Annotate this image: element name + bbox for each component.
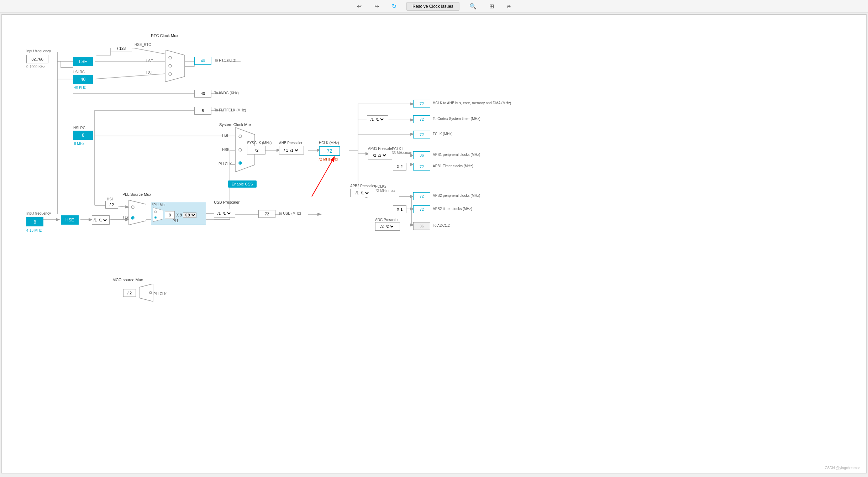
rtc-mux[interactable]: [165, 50, 185, 82]
hse-input-value[interactable]: 8: [26, 217, 43, 226]
svg-line-11: [134, 48, 166, 54]
pll-src-mux[interactable]: [128, 200, 146, 225]
pllmul-label: *PLLMul: [152, 203, 206, 207]
usb-prescaler-select[interactable]: /1: [221, 211, 232, 216]
pll-inner-mux[interactable]: [153, 208, 163, 222]
zoom-out-button[interactable]: ⊖: [504, 2, 514, 11]
cortex-timer-label: To Cortex System timer (MHz): [433, 117, 480, 121]
hse-block[interactable]: HSE: [61, 215, 79, 225]
fclk-value: 72: [413, 131, 430, 138]
hclk-label: HCLK (MHz): [319, 141, 339, 145]
lsi-mux-label: LSI: [146, 71, 152, 75]
apb1-periph-label: APB1 peripheral clocks (MHz): [433, 153, 480, 157]
to-rtc-label: To RTC (KHz): [214, 58, 236, 62]
lsi-rc-label: LSI RC: [73, 70, 85, 74]
svg-marker-71: [128, 200, 146, 225]
pll-box: *PLLMul 8 X 9 X 9 PLL: [151, 202, 206, 225]
zoom-fit-button[interactable]: ⊞: [486, 1, 497, 11]
enable-css-button[interactable]: Enable CSS: [228, 180, 257, 188]
x2-box: X 2: [393, 163, 406, 171]
apb2-timer-label: APB2 timer clocks (MHz): [433, 207, 472, 211]
system-mux-label: System Clock Mux: [219, 122, 252, 127]
hsi-rc-label: HSI RC: [73, 126, 85, 130]
adc-prescaler-box[interactable]: /2 /2: [375, 222, 400, 231]
pll-input-box: 8: [165, 211, 175, 219]
pll-mul-select[interactable]: X 9: [183, 213, 196, 218]
svg-line-61: [312, 157, 334, 196]
lse-block[interactable]: LSE: [73, 57, 93, 66]
hclk-ahb-value: 72: [413, 100, 430, 108]
rtc-mux-label: RTC Clock Mux: [151, 33, 178, 38]
hse-sysclk-label: HSE: [222, 148, 230, 152]
adc-prescaler-select[interactable]: /2: [384, 224, 395, 229]
toolbar: ↩ ↪ ↻ Resolve Clock Issues 🔍 ⊞ ⊖: [0, 0, 868, 13]
hclk-value-box: 72: [319, 146, 340, 156]
pclk1-label: PCLK1: [392, 147, 403, 151]
input-freq-lse-label: Input frequency: [26, 49, 51, 53]
apb1-prescaler-box[interactable]: /2 /2: [368, 151, 392, 159]
pll-label: PLL: [173, 219, 227, 223]
ahb-prescaler-box[interactable]: / 1 /1: [279, 146, 304, 154]
hse-div1-box[interactable]: /1 /1: [92, 215, 110, 225]
zoom-search-button[interactable]: 🔍: [467, 1, 479, 11]
hsi-div2-box: / 2: [105, 201, 118, 209]
adc-prescaler-label: ADC Prescaler: [375, 218, 399, 222]
cortex-prescaler-select[interactable]: /1: [374, 117, 385, 122]
to-iwdg-value: 40: [194, 90, 211, 98]
svg-point-70: [239, 162, 241, 164]
svg-marker-62: [165, 50, 185, 82]
apb2-prescaler-select[interactable]: /1: [359, 191, 370, 195]
redo-button[interactable]: ↪: [372, 1, 382, 11]
x1-box: X 1: [393, 205, 406, 213]
connection-lines: [2, 15, 866, 473]
undo-button[interactable]: ↩: [354, 1, 364, 11]
apb2-prescaler-label: APB2 Prescaler: [350, 184, 375, 188]
fclk-label: FCLK (MHz): [433, 132, 453, 136]
lsi-khz-label: 40 KHz: [74, 85, 86, 89]
sysclk-label: SYSCLK (MHz): [247, 141, 272, 145]
hse-range-label: 4-16 MHz: [26, 229, 42, 232]
to-rtc-value: 40: [194, 57, 211, 65]
hsi-block[interactable]: 8: [73, 131, 93, 140]
apb1-timer-label: APB1 Timer clocks (MHz): [433, 164, 473, 168]
hsi-pll-label: HSI: [107, 197, 113, 201]
hsi-sysclk-label: HSI: [222, 133, 228, 137]
refresh-button[interactable]: ↻: [389, 1, 399, 11]
svg-marker-75: [153, 208, 163, 222]
to-iwdg-label: To IWDG (KHz): [214, 91, 239, 95]
usb-prescaler-label: USB Prescaler: [214, 200, 240, 204]
apb1-timer-value: 72: [413, 163, 430, 171]
to-flitfclk-label: To FLITFCLK (MHz): [214, 108, 246, 112]
svg-marker-79: [139, 284, 153, 302]
apb2-periph-value: 72: [413, 192, 430, 200]
resolve-clock-button[interactable]: Resolve Clock Issues: [406, 2, 459, 11]
apb2-periph-label: APB2 peripheral clocks (MHz): [433, 194, 480, 198]
apb1-prescaler-select[interactable]: /2: [377, 153, 387, 158]
watermark: CSDN @yingchenmsc: [825, 466, 860, 470]
usb-prescaler-box[interactable]: /1 /1: [214, 209, 235, 217]
apb1-periph-value: 36: [413, 151, 430, 159]
to-usb-label: To USB (MHz): [278, 211, 301, 215]
ahb-prescaler-label: AHB Prescaler: [279, 141, 303, 145]
to-flitfclk-value: 8: [194, 107, 211, 115]
svg-line-12: [95, 74, 166, 79]
lse-range-label: 0-1000 KHz: [26, 65, 45, 69]
apb1-prescaler-label: APB1 Prescaler: [368, 147, 393, 151]
hclk-ahb-label: HCLK to AHB bus, core, memory and DMA (M…: [433, 101, 511, 105]
lsi-block[interactable]: 40: [73, 75, 93, 84]
cortex-prescaler-box[interactable]: /1 /1: [367, 115, 388, 123]
pll-mul-label: X 9: [176, 213, 182, 217]
ahb-prescaler-select[interactable]: /1: [289, 148, 299, 153]
pclk1-max: 36 MHz max: [392, 151, 412, 155]
hse-div1-select[interactable]: /1: [98, 218, 108, 222]
mco-mux[interactable]: [139, 284, 153, 302]
lse-mux-label: LSE: [146, 59, 153, 63]
pllclk-sysclk-label: PLLCLK: [219, 162, 232, 166]
apb2-prescaler-box[interactable]: /1 /1: [350, 189, 375, 197]
hsi-mhz-label: 8 MHz: [74, 142, 84, 146]
lse-value-box: 32.768: [26, 55, 48, 63]
warning-arrow: [2, 15, 866, 473]
pclk2-label: PCLK2: [375, 184, 386, 188]
input-freq-hse-label: Input frequency: [26, 211, 51, 215]
adc-output-label: To ADC1,2: [433, 224, 450, 227]
